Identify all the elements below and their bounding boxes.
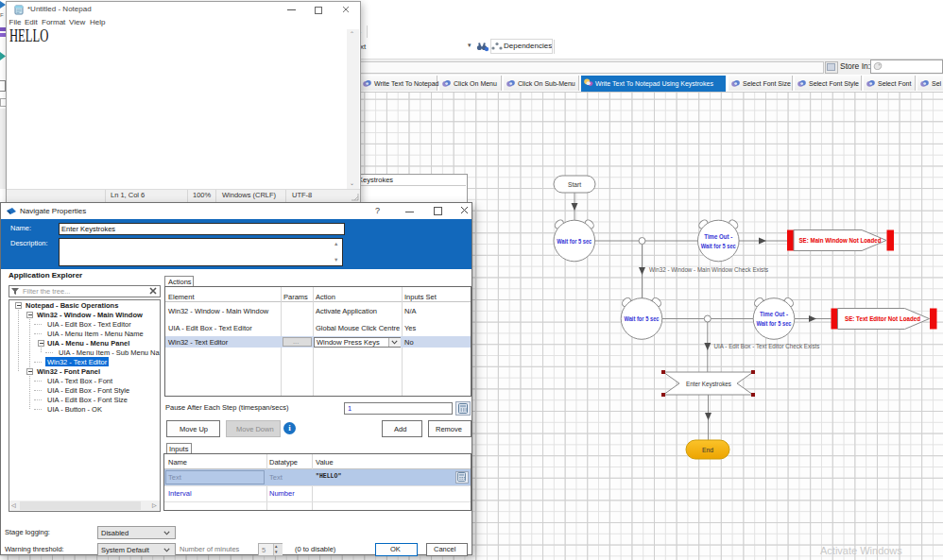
- svg-text:Wait for 5 sec: Wait for 5 sec: [757, 320, 792, 327]
- svg-text:Time Out -: Time Out -: [760, 311, 788, 317]
- svg-text:End: End: [702, 447, 713, 453]
- svg-text:Wait for 5 sec: Wait for 5 sec: [557, 238, 592, 245]
- svg-text:Wait for 5 sec: Wait for 5 sec: [625, 315, 660, 322]
- svg-text:Win32 - Window - Main Window C: Win32 - Window - Main Window Check Exist…: [649, 266, 769, 273]
- svg-text:SE: Text Editor Not Loaded: SE: Text Editor Not Loaded: [845, 315, 920, 322]
- svg-text:UIA - Edit Box - Text Editor C: UIA - Edit Box - Text Editor Check Exist…: [714, 343, 821, 349]
- svg-text:Wait for 5 sec: Wait for 5 sec: [701, 243, 736, 249]
- svg-text:Time Out -: Time Out -: [704, 233, 732, 240]
- svg-text:Start: Start: [568, 181, 581, 188]
- svg-text:Enter Keystrokes: Enter Keystrokes: [686, 381, 732, 388]
- svg-text:SE: Main Window Not Loaded: SE: Main Window Not Loaded: [799, 237, 882, 244]
